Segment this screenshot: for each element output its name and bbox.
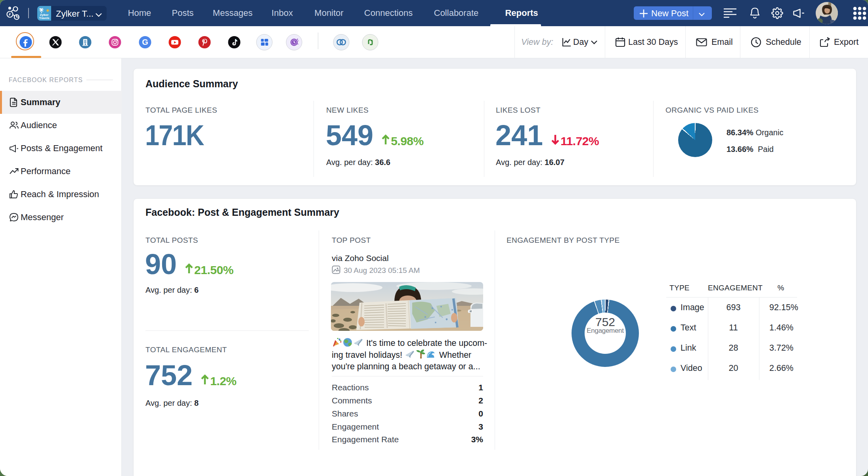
svg-text:Travels: Travels bbox=[39, 16, 50, 20]
